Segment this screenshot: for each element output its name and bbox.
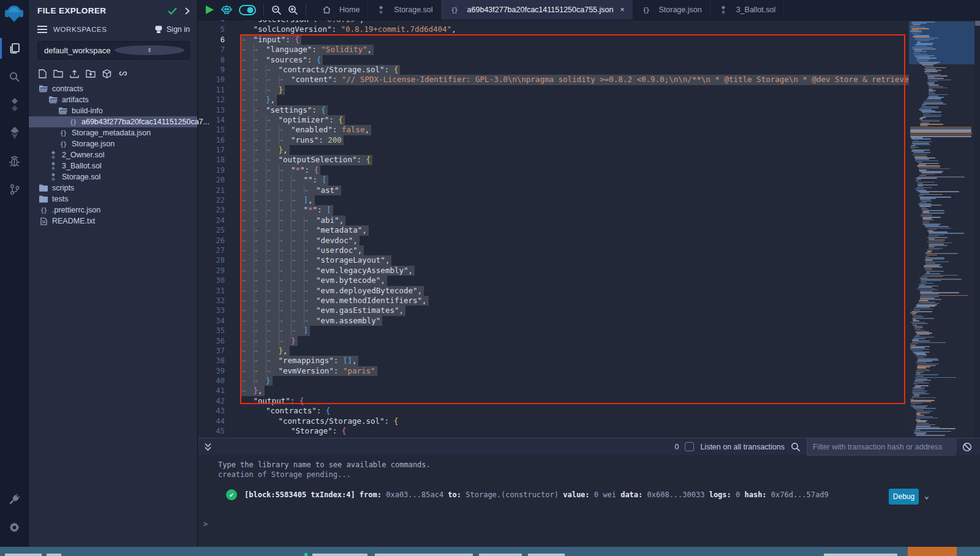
tree-item-build-info[interactable]: build-info xyxy=(29,105,197,116)
tree-item-tests[interactable]: tests xyxy=(29,193,197,205)
editor-line-35[interactable]: 35→→→→→] xyxy=(198,326,909,336)
close-tab-icon[interactable]: × xyxy=(620,6,624,14)
new-file-icon[interactable] xyxy=(39,69,47,78)
code-editor[interactable]: 4"solcVersion": "0.8.19",5"solcLongVersi… xyxy=(198,20,980,438)
editor-line-17[interactable]: 17→→→}, xyxy=(198,145,909,155)
chevron-right-icon[interactable] xyxy=(184,7,190,15)
editor-line-30[interactable]: 30→→→→→→"evm.bytecode", xyxy=(198,276,909,285)
editor-line-33[interactable]: 33→→→→→→"evm.gasEstimates", xyxy=(198,306,909,315)
editor-line-20[interactable]: 20→→→→→"": [ xyxy=(198,175,909,185)
listen-all-checkbox[interactable] xyxy=(685,442,694,451)
editor-line-40[interactable]: 40→→} xyxy=(198,376,909,386)
editor-line-13[interactable]: 13→→"settings": { xyxy=(198,105,909,115)
editor-line-8[interactable]: 8→→"sources": { xyxy=(198,55,909,65)
editor-line-4[interactable]: 4"solcVersion": "0.8.19", xyxy=(198,20,909,24)
editor-line-22[interactable]: 22→→→→→], xyxy=(198,195,909,205)
search-icon[interactable] xyxy=(0,62,29,91)
run-script-icon[interactable] xyxy=(205,5,214,15)
editor-line-42[interactable]: 42"output": { xyxy=(198,396,909,406)
tab-storage-sol[interactable]: Storage.sol xyxy=(368,0,441,20)
editor-line-41[interactable]: 41→}, xyxy=(198,386,909,396)
editor-line-9[interactable]: 9→→→"contracts/Storage.sol": { xyxy=(198,65,909,75)
editor-line-32[interactable]: 32→→→→→→"evm.methodIdentifiers", xyxy=(198,296,909,306)
settings-gear-icon[interactable] xyxy=(0,513,29,541)
terminal-search-icon[interactable] xyxy=(791,442,801,452)
transaction-row[interactable]: ✔ [block:5583405 txIndex:4] from: 0xa03.… xyxy=(226,489,829,500)
editor-line-7[interactable]: 7→→"language": "Solidity", xyxy=(198,45,909,54)
tree-item-a69b43f277ba20fcac141151250ca7-[interactable]: {}a69b43f277ba20fcac141151250ca7... xyxy=(29,116,197,127)
json-file-icon: {} xyxy=(58,140,68,148)
workspace-select[interactable]: default_workspace ⇕ xyxy=(37,41,190,59)
tab-a69b43f277ba20fcac141151250ca755-json[interactable]: {}a69b43f277ba20fcac141151250ca755.json× xyxy=(442,0,633,20)
tree-item-storage-json[interactable]: {}Storage.json xyxy=(29,138,197,149)
upload-file-icon[interactable] xyxy=(70,69,79,78)
editor-line-43[interactable]: 43"contracts": { xyxy=(198,406,909,416)
editor-line-15[interactable]: 15→→→→"enabled": false, xyxy=(198,125,909,135)
git-icon[interactable] xyxy=(0,175,29,203)
collapse-terminal-icon[interactable] xyxy=(204,443,212,451)
new-folder-icon[interactable] xyxy=(53,69,63,78)
tree-item-2-owner-sol[interactable]: 2_Owner.sol xyxy=(29,149,197,160)
transaction-filter-input[interactable] xyxy=(807,438,956,456)
editor-line-6[interactable]: 6→"input": { xyxy=(198,35,909,45)
remix-logo[interactable] xyxy=(3,4,25,26)
editor-line-39[interactable]: 39→→→"evmVersion": "paris" xyxy=(198,366,909,376)
ipfs-box-icon[interactable] xyxy=(102,69,111,78)
editor-line-5[interactable]: 5"solcLongVersion": "0.8.19+commit.7dd6d… xyxy=(198,24,909,34)
tree-item-contracts[interactable]: contracts xyxy=(29,83,197,94)
editor-line-38[interactable]: 38→→→"remappings": [], xyxy=(198,356,909,366)
editor-line-26[interactable]: 26→→→→→→"devdoc", xyxy=(198,236,909,246)
minimap[interactable] xyxy=(909,20,974,438)
editor-line-34[interactable]: 34→→→→→→"evm.assembly" xyxy=(198,316,909,326)
editor-line-24[interactable]: 24→→→→→→"abi", xyxy=(198,216,909,225)
tree-item-artifacts[interactable]: artifacts xyxy=(29,94,197,105)
toggle-on-icon[interactable] xyxy=(239,5,256,15)
tab-label: 3_Ballot.sol xyxy=(736,6,776,14)
hamburger-menu-icon[interactable] xyxy=(37,26,47,33)
editor-line-16[interactable]: 16→→→→"runs": 200 xyxy=(198,135,909,145)
solidity-compiler-icon[interactable] xyxy=(0,91,29,119)
editor-line-19[interactable]: 19→→→→"*": { xyxy=(198,165,909,175)
tab-storage-json[interactable]: {}Storage.json xyxy=(633,0,710,20)
editor-line-25[interactable]: 25→→→→→→"metadata", xyxy=(198,225,909,235)
editor-line-14[interactable]: 14→→→"optimizer": { xyxy=(198,115,909,125)
tree-item-scripts[interactable]: scripts xyxy=(29,182,197,193)
editor-line-36[interactable]: 36→→→→} xyxy=(198,336,909,346)
link-icon[interactable] xyxy=(118,69,128,78)
zoom-in-icon[interactable] xyxy=(288,5,298,15)
editor-scrollbar[interactable] xyxy=(974,20,980,438)
tree-item-storage-metadata-json[interactable]: {}Storage_metadata.json xyxy=(29,127,197,138)
debugger-icon[interactable] xyxy=(0,147,29,175)
tree-item-storage-sol[interactable]: Storage.sol xyxy=(29,171,197,182)
editor-line-45[interactable]: 45"Storage": { xyxy=(198,426,909,436)
scrollbar-thumb[interactable] xyxy=(975,21,980,26)
tab-home[interactable]: Home xyxy=(314,0,368,20)
editor-line-11[interactable]: 11→→→} xyxy=(198,85,909,95)
ai-assistant-icon[interactable] xyxy=(221,4,233,15)
tree-item-readme-txt[interactable]: README.txt xyxy=(29,216,197,227)
editor-line-18[interactable]: 18→→→"outputSelection": { xyxy=(198,155,909,165)
editor-line-27[interactable]: 27→→→→→→"userdoc", xyxy=(198,246,909,255)
editor-line-37[interactable]: 37→→→}, xyxy=(198,346,909,356)
plugin-manager-icon[interactable] xyxy=(0,485,29,513)
status-accent-block[interactable] xyxy=(908,547,957,556)
expand-tx-icon[interactable]: ⌄ xyxy=(924,491,929,500)
editor-line-12[interactable]: 12→→}, xyxy=(198,95,909,105)
deploy-run-icon[interactable] xyxy=(0,119,29,147)
debug-button[interactable]: Debug xyxy=(889,489,919,505)
editor-line-31[interactable]: 31→→→→→→"evm.deployedBytecode", xyxy=(198,286,909,296)
tree-item-3-ballot-sol[interactable]: 3_Ballot.sol xyxy=(29,160,197,171)
editor-line-21[interactable]: 21→→→→→→"ast" xyxy=(198,186,909,195)
tree-item--prettierrc-json[interactable]: {}.prettierrc.json xyxy=(29,205,197,216)
editor-line-28[interactable]: 28→→→→→→"storageLayout", xyxy=(198,255,909,265)
tab-3-ballot-sol[interactable]: 3_Ballot.sol xyxy=(710,0,785,20)
sign-in-button[interactable]: Sign in xyxy=(154,25,190,34)
editor-line-10[interactable]: 10→→→→"content": "// SPDX-License-Identi… xyxy=(198,75,909,85)
editor-line-23[interactable]: 23→→→→→"*": [ xyxy=(198,205,909,215)
upload-folder-icon[interactable] xyxy=(86,69,96,78)
zoom-out-icon[interactable] xyxy=(271,5,282,15)
editor-line-29[interactable]: 29→→→→→→"evm.legacyAssembly", xyxy=(198,266,909,276)
editor-line-44[interactable]: 44"contracts/Storage.sol": { xyxy=(198,416,909,426)
file-explorer-icon[interactable] xyxy=(0,34,29,62)
clear-console-icon[interactable] xyxy=(962,442,972,452)
